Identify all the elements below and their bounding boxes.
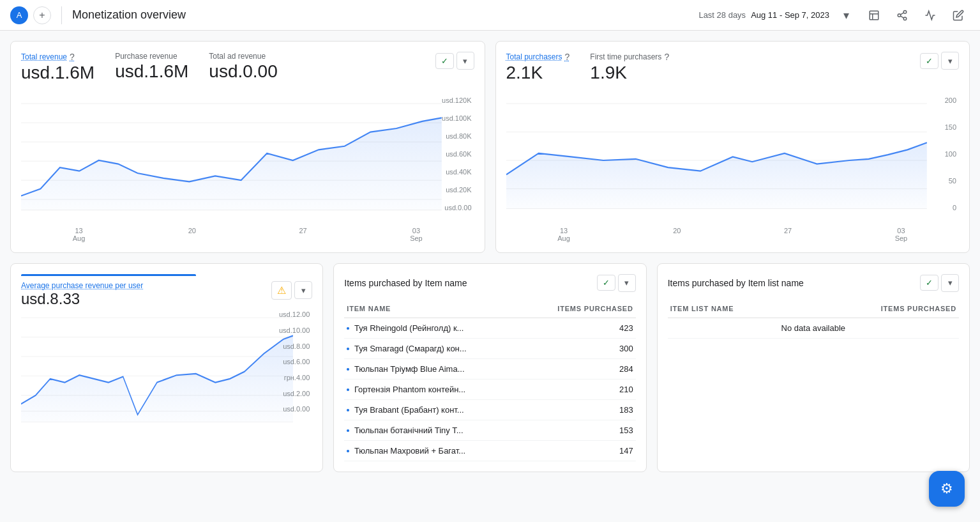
revenue-check-button[interactable]: ✓ (435, 53, 454, 69)
items-by-name-controls: ✓ ▾ (597, 274, 636, 292)
table-row: Туя Rheingold (Рейнголд) к... 423 (344, 318, 635, 338)
calendar-icon[interactable]: ▾ (834, 4, 857, 27)
total-purchasers-metric: Total purchasers ? 2.1K (506, 52, 570, 84)
y-label: usd.2.00 (283, 390, 310, 397)
items-purchased-cell: 300 (521, 338, 635, 358)
items-by-name-dropdown-button[interactable]: ▾ (618, 274, 636, 292)
chart-icon[interactable] (863, 4, 886, 27)
purchase-revenue-label: Purchase revenue (115, 52, 188, 61)
item-name-header: ITEM NAME (344, 300, 521, 318)
check-icon: ✓ (603, 278, 610, 288)
purchasers-card-header: Total purchasers ? 2.1K First time purch… (506, 52, 960, 94)
items-by-list-check-button[interactable]: ✓ (920, 275, 939, 291)
item-list-name-header: ITEM LIST NAME (668, 300, 802, 318)
item-name-cell: Гортензія Phantom контейн... (344, 379, 521, 399)
items-purchased-cell: 284 (521, 358, 635, 379)
tab-indicator (21, 274, 196, 276)
y-label: usd.80K (446, 132, 471, 140)
revenue-card-controls: ✓ ▾ (435, 52, 474, 70)
x-label: 27 (784, 227, 792, 242)
purchasers-metrics: Total purchasers ? 2.1K First time purch… (506, 52, 670, 84)
avg-revenue-dropdown-button[interactable]: ▾ (294, 281, 312, 299)
avatar: A (10, 6, 28, 24)
x-label: 13Aug (73, 227, 86, 242)
y-label: 50 (949, 177, 956, 185)
y-label: usd.120K (442, 96, 471, 104)
svg-point-3 (903, 17, 907, 20)
total-purchasers-info-icon[interactable]: ? (565, 52, 570, 62)
avg-revenue-metrics: Average purchase revenue per user usd.8.… (21, 281, 143, 309)
share-icon[interactable] (891, 4, 914, 27)
svg-point-1 (903, 10, 907, 13)
first-time-purchasers-metric: First time purchasers ? 1.9K (590, 52, 669, 84)
main-content: Total revenue ? usd.1.6M Purchase revenu… (0, 31, 980, 482)
first-time-purchasers-label: First time purchasers ? (590, 52, 669, 62)
y-label: грн.4.00 (284, 374, 310, 381)
check-icon: ✓ (926, 278, 933, 288)
y-label: 200 (945, 96, 956, 104)
avg-revenue-card: Average purchase revenue per user usd.8.… (10, 263, 323, 472)
revenue-dropdown-button[interactable]: ▾ (456, 52, 474, 70)
avg-revenue-label[interactable]: Average purchase revenue per user (21, 281, 143, 290)
y-label: usd.0.00 (283, 405, 310, 413)
avg-revenue-warning-button[interactable]: ⚠ (271, 281, 292, 300)
y-label: 100 (945, 150, 956, 158)
y-label: 0 (953, 204, 956, 211)
item-name-cell: Туя Smaragd (Смарагд) кон... (344, 338, 521, 358)
analytics-icon[interactable] (919, 4, 942, 27)
purchasers-chart-svg (506, 96, 960, 224)
total-purchasers-label[interactable]: Total purchasers ? (506, 52, 570, 62)
purchase-revenue-metric: Purchase revenue usd.1.6M (115, 52, 188, 84)
table-row: No data available (668, 318, 959, 338)
items-by-name-title-label: Items purchased by Item name (344, 278, 467, 288)
total-revenue-label[interactable]: Total revenue ? (21, 52, 94, 62)
avg-revenue-card-controls: ⚠ ▾ (271, 281, 312, 300)
items-purchased-cell: 210 (521, 379, 635, 399)
svg-marker-13 (21, 118, 442, 210)
items-by-list-title-text: Items purchased by Item list name (668, 278, 804, 288)
svg-marker-19 (506, 142, 927, 208)
date-range: Aug 11 - Sep 7, 2023 (751, 10, 829, 20)
total-revenue-value: usd.1.6M (21, 62, 94, 84)
table-header-row: ITEM LIST NAME ITEMS PURCHASED (668, 300, 959, 318)
add-button[interactable]: + (33, 6, 51, 24)
first-time-info-icon[interactable]: ? (664, 52, 669, 62)
item-name-cell: Туя Rheingold (Рейнголд) к... (344, 318, 521, 338)
y-label: usd.60K (446, 150, 471, 158)
ad-revenue-metric: Total ad revenue usd.0.00 (209, 52, 277, 84)
purchase-revenue-value: usd.1.6M (115, 61, 188, 82)
avg-revenue-chart-svg (21, 311, 312, 426)
y-label: usd.12.00 (279, 311, 310, 318)
avg-revenue-value: usd.8.33 (21, 290, 143, 309)
no-data-message: No data available (668, 318, 959, 338)
items-by-list-title: Items purchased by Item list name ✓ ▾ (668, 274, 959, 292)
date-prefix: Last 28 days (698, 10, 746, 20)
purchasers-card-controls: ✓ ▾ (920, 52, 959, 70)
x-label: 03Sep (410, 227, 423, 242)
items-by-name-title: Items purchased by Item name ✓ ▾ (344, 274, 635, 292)
y-label: usd.8.00 (283, 342, 310, 350)
bottom-cards-row: Average purchase revenue per user usd.8.… (10, 263, 970, 472)
edit-icon[interactable] (947, 4, 970, 27)
table-row: Тюльпан Махровий + Багат... 147 (344, 440, 635, 461)
table-row: Туя Brabant (Брабант) конт... 183 (344, 399, 635, 420)
y-label: usd.40K (446, 168, 471, 176)
items-purchased-header: ITEMS PURCHASED (802, 300, 959, 318)
items-by-list-dropdown-button[interactable]: ▾ (941, 274, 959, 292)
purchasers-chart: 200 150 100 50 0 (506, 96, 960, 224)
items-by-name-check-button[interactable]: ✓ (597, 275, 615, 291)
purchasers-dropdown-button[interactable]: ▾ (941, 52, 959, 70)
header-divider (61, 6, 62, 24)
settings-fab[interactable]: ⚙ (929, 471, 965, 482)
first-time-purchasers-value: 1.9K (590, 62, 669, 84)
purchasers-check-button[interactable]: ✓ (920, 53, 939, 69)
items-by-list-title-label: Items purchased by Item list name (668, 278, 804, 288)
y-label: usd.20K (446, 186, 471, 194)
header: A + Monetization overview Last 28 days A… (0, 0, 980, 31)
x-label: 20 (188, 227, 196, 242)
items-by-name-card: Items purchased by Item name ✓ ▾ ITEM NA… (333, 263, 646, 472)
total-revenue-info-icon[interactable]: ? (70, 52, 75, 62)
y-label: 150 (945, 123, 956, 131)
svg-rect-0 (870, 11, 878, 20)
x-label: 13Aug (557, 227, 570, 242)
